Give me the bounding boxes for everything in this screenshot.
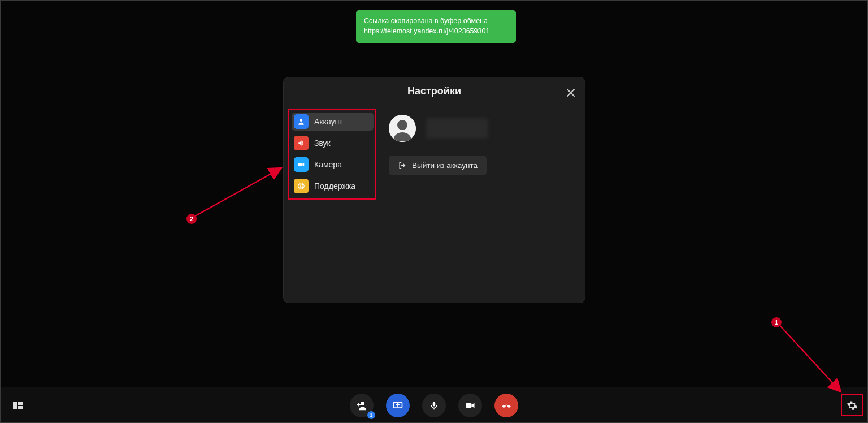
add-participant-button[interactable]: 1 <box>350 394 374 417</box>
share-screen-icon <box>392 400 403 411</box>
svg-rect-7 <box>18 402 23 405</box>
nav-item-sound[interactable]: Звук <box>292 134 374 152</box>
nav-item-label: Камера <box>314 160 342 169</box>
logout-label: Выйти из аккаунта <box>412 161 478 170</box>
settings-nav: Аккаунт Звук Камера Поддержка <box>292 113 374 195</box>
camera-icon <box>294 157 309 172</box>
annotation-dot-1: 1 <box>771 317 782 327</box>
account-name-redacted <box>426 118 488 139</box>
speaker-icon <box>294 136 309 150</box>
svg-point-3 <box>300 185 302 187</box>
add-person-icon <box>356 400 367 411</box>
grid-icon <box>13 400 23 411</box>
svg-line-14 <box>777 322 841 392</box>
annotation-dot-2: 2 <box>186 214 197 224</box>
svg-rect-12 <box>466 403 472 407</box>
logout-icon <box>398 161 406 170</box>
toast-line2: https://telemost.yandex.ru/j/4023659301 <box>364 26 508 36</box>
nav-item-account[interactable]: Аккаунт <box>292 113 374 131</box>
microphone-button[interactable] <box>422 394 446 417</box>
svg-line-13 <box>192 168 281 218</box>
svg-point-0 <box>300 119 303 122</box>
toast-line1: Ссылка скопирована в буфер обмена <box>364 16 508 26</box>
hangup-button[interactable] <box>494 394 518 417</box>
svg-point-9 <box>361 402 364 405</box>
close-button[interactable] <box>565 87 577 99</box>
hangup-icon <box>500 399 513 412</box>
participant-count-badge: 1 <box>367 411 375 419</box>
logout-button[interactable]: Выйти из аккаунта <box>389 156 487 175</box>
svg-rect-8 <box>18 406 23 409</box>
svg-rect-1 <box>298 163 303 166</box>
nav-item-support[interactable]: Поддержка <box>292 177 374 195</box>
settings-modal: Настройки Аккаунт Звук Камера <box>283 77 585 303</box>
svg-rect-11 <box>433 402 436 406</box>
share-screen-button[interactable] <box>386 394 410 417</box>
nav-item-label: Аккаунт <box>314 117 343 126</box>
close-icon <box>567 89 575 97</box>
avatar <box>389 115 416 142</box>
bottom-toolbar: 1 <box>0 387 868 423</box>
svg-point-5 <box>397 120 407 130</box>
lifebuoy-icon <box>294 179 309 193</box>
video-camera-icon <box>465 400 476 411</box>
microphone-icon <box>429 400 439 411</box>
nav-item-label: Звук <box>314 139 331 148</box>
nav-item-label: Поддержка <box>314 182 355 191</box>
layout-grid-button[interactable] <box>10 398 26 413</box>
svg-rect-6 <box>13 402 17 409</box>
settings-button[interactable] <box>842 395 862 416</box>
person-icon <box>294 114 309 129</box>
settings-title: Настройки <box>284 85 585 97</box>
gear-icon <box>847 400 858 411</box>
camera-button[interactable] <box>458 394 482 417</box>
nav-item-camera[interactable]: Камера <box>292 156 374 174</box>
link-copied-toast: Ссылка скопирована в буфер обмена https:… <box>356 10 516 43</box>
account-panel: Выйти из аккаунта <box>389 115 488 175</box>
